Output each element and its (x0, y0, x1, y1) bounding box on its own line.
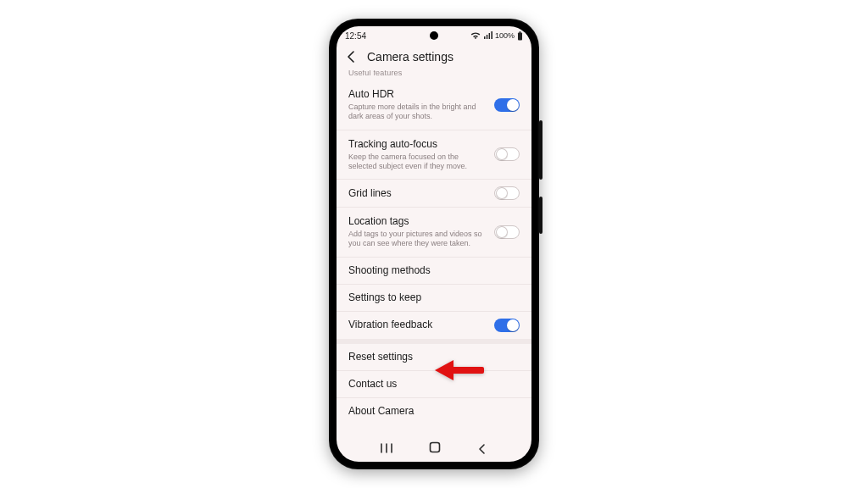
vibration-feedback-toggle[interactable] (494, 319, 520, 332)
page-title: Camera settings (367, 50, 453, 64)
contact-us-title: Contact us (348, 378, 520, 391)
volume-button (539, 120, 542, 180)
back-icon[interactable] (345, 50, 359, 64)
status-time: 12:54 (345, 31, 366, 41)
location-tags-row[interactable]: Location tags Add tags to your pictures … (337, 208, 531, 257)
svg-rect-1 (519, 31, 520, 33)
vibration-feedback-row[interactable]: Vibration feedback (337, 312, 531, 339)
location-tags-sub: Add tags to your pictures and videos so … (348, 230, 486, 249)
grid-lines-toggle[interactable] (494, 186, 520, 200)
android-nav-bar (337, 438, 531, 462)
nav-back-icon[interactable] (476, 443, 488, 455)
grid-lines-row[interactable]: Grid lines (337, 180, 531, 207)
contact-us-row[interactable]: Contact us (337, 371, 531, 397)
auto-hdr-title: Auto HDR (348, 88, 486, 101)
signal-icon (483, 31, 492, 40)
phone-screen: 12:54 100% Camera settings (337, 26, 531, 462)
location-tags-toggle[interactable] (494, 225, 520, 239)
svg-rect-2 (431, 443, 440, 452)
about-camera-title: About Camera (348, 405, 520, 418)
battery-text: 100% (495, 31, 515, 40)
wifi-icon (470, 31, 481, 40)
svg-rect-0 (518, 32, 522, 40)
power-button (539, 197, 542, 234)
app-bar: Camera settings (337, 45, 531, 70)
shooting-methods-row[interactable]: Shooting methods (337, 258, 531, 284)
nav-recents-icon[interactable] (380, 441, 393, 457)
reset-settings-title: Reset settings (348, 351, 520, 363)
section-header-useful-features: Useful features (337, 70, 531, 80)
nav-home-icon[interactable] (429, 441, 441, 457)
about-camera-row[interactable]: About Camera (337, 398, 531, 424)
punch-hole-camera (430, 31, 438, 40)
auto-hdr-row[interactable]: Auto HDR Capture more details in the bri… (337, 80, 531, 130)
tracking-af-title: Tracking auto-focus (348, 138, 486, 151)
location-tags-title: Location tags (348, 215, 486, 228)
battery-icon (517, 31, 523, 41)
settings-to-keep-row[interactable]: Settings to keep (337, 285, 531, 311)
tracking-af-sub: Keep the camera focused on the selected … (348, 152, 486, 172)
phone-frame: 12:54 100% Camera settings (329, 19, 539, 469)
grid-lines-title: Grid lines (348, 187, 486, 200)
auto-hdr-sub: Capture more details in the bright and d… (348, 103, 486, 122)
auto-hdr-toggle[interactable] (494, 98, 520, 112)
settings-list[interactable]: Useful features Auto HDR Capture more de… (337, 70, 531, 438)
shooting-methods-title: Shooting methods (348, 264, 520, 277)
tracking-autofocus-row[interactable]: Tracking auto-focus Keep the camera focu… (337, 130, 531, 180)
vibration-feedback-title: Vibration feedback (348, 319, 486, 331)
reset-settings-row[interactable]: Reset settings (337, 344, 531, 370)
settings-to-keep-title: Settings to keep (348, 291, 520, 304)
tracking-af-toggle[interactable] (494, 147, 520, 161)
